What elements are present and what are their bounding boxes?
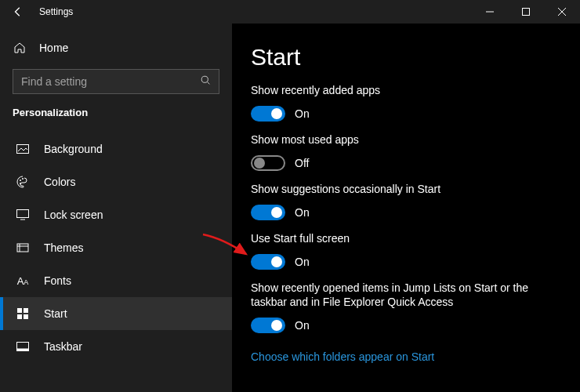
svg-rect-13 [17, 314, 22, 319]
sidebar-item-label: Themes [44, 241, 84, 254]
svg-rect-11 [17, 308, 22, 313]
setting-most-used: Show most used apps Off [251, 132, 561, 171]
start-icon [16, 307, 30, 321]
content-pane: Start Show recently added apps On Show m… [232, 24, 580, 392]
toggle-recently-added[interactable] [251, 106, 285, 122]
search-input[interactable] [21, 75, 192, 88]
home-icon [13, 41, 27, 55]
sidebar-item-start[interactable]: Start [0, 297, 232, 330]
toggle-state: On [295, 319, 310, 332]
sidebar-item-taskbar[interactable]: Taskbar [0, 330, 232, 363]
svg-rect-12 [24, 308, 28, 313]
sidebar-item-lockscreen[interactable]: Lock screen [0, 198, 232, 231]
toggle-state: On [295, 206, 310, 219]
svg-rect-16 [17, 349, 29, 351]
setting-jumplists: Show recently opened items in Jump Lists… [251, 281, 561, 334]
close-icon [558, 8, 566, 16]
svg-rect-1 [523, 9, 530, 16]
svg-point-6 [22, 178, 24, 180]
setting-label: Show recently opened items in Jump Lists… [251, 281, 541, 310]
sidebar-item-label: Colors [44, 176, 75, 188]
maximize-icon [522, 8, 530, 16]
setting-recently-added: Show recently added apps On [251, 83, 561, 122]
svg-point-2 [201, 76, 208, 82]
palette-icon [16, 175, 30, 189]
sidebar-item-fonts[interactable]: AA Fonts [0, 264, 232, 297]
sidebar-item-label: Background [44, 143, 103, 155]
svg-rect-8 [17, 210, 29, 218]
sidebar-item-label: Fonts [44, 274, 71, 287]
setting-suggestions: Show suggestions occasionally in Start O… [251, 182, 561, 220]
close-button[interactable] [544, 0, 580, 24]
search-input-wrap[interactable] [13, 69, 219, 94]
toggle-most-used[interactable] [251, 155, 285, 171]
sidebar-item-home[interactable]: Home [0, 33, 232, 63]
sidebar-item-label: Start [44, 307, 67, 320]
sidebar-item-background[interactable]: Background [0, 132, 232, 165]
sidebar-item-label: Home [39, 42, 68, 54]
toggle-jumplists[interactable] [251, 318, 285, 333]
svg-rect-14 [24, 314, 28, 319]
page-title: Start [251, 44, 561, 71]
arrow-left-icon [13, 6, 24, 17]
taskbar-icon [16, 339, 30, 354]
monitor-icon [16, 208, 30, 222]
toggle-suggestions[interactable] [251, 205, 285, 220]
brush-icon [16, 241, 30, 255]
fonts-icon: AA [16, 274, 30, 288]
toggle-state: On [295, 107, 310, 120]
sidebar-item-colors[interactable]: Colors [0, 165, 232, 198]
maximize-button[interactable] [508, 0, 544, 24]
setting-label: Show recently added apps [251, 83, 561, 98]
search-icon [201, 75, 211, 88]
sidebar-section-label: Personalization [0, 103, 232, 132]
toggle-state: Off [295, 157, 309, 169]
setting-label: Use Start full screen [251, 231, 561, 246]
sidebar-item-label: Lock screen [44, 209, 103, 221]
setting-label: Show suggestions occasionally in Start [251, 182, 561, 197]
window-title: Settings [39, 6, 73, 17]
minimize-button[interactable] [472, 0, 508, 24]
sidebar: Home Personalization Background Colors [0, 24, 232, 392]
setting-fullscreen: Use Start full screen On [251, 231, 561, 270]
toggle-state: On [295, 256, 310, 268]
setting-label: Show most used apps [251, 132, 561, 147]
back-button[interactable] [0, 0, 36, 24]
sidebar-item-label: Taskbar [44, 340, 82, 353]
svg-point-7 [20, 183, 21, 184]
picture-icon [16, 142, 30, 156]
toggle-fullscreen[interactable] [251, 254, 285, 270]
svg-rect-10 [17, 244, 28, 252]
minimize-icon [486, 8, 494, 16]
folders-link[interactable]: Choose which folders appear on Start [251, 350, 434, 363]
svg-line-3 [208, 82, 210, 85]
svg-point-5 [20, 180, 21, 181]
sidebar-item-themes[interactable]: Themes [0, 231, 232, 264]
